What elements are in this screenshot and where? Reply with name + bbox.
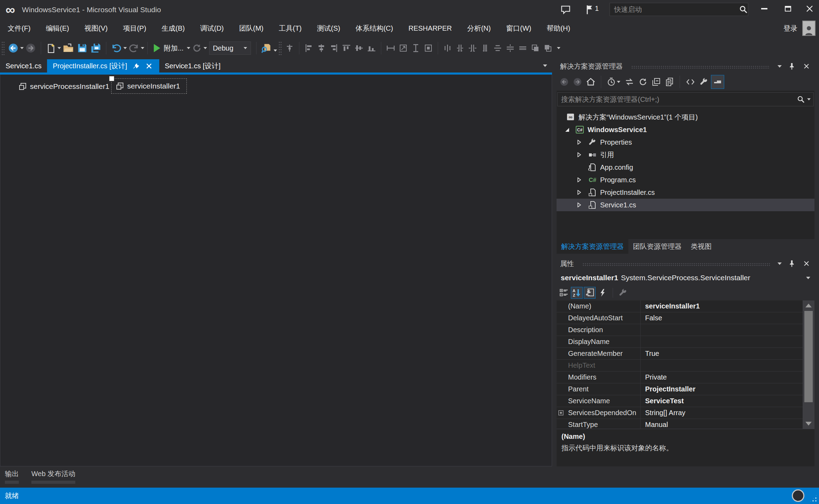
menu-resharper[interactable]: RESHARPER xyxy=(401,24,459,32)
navigate-forward-button[interactable] xyxy=(24,40,38,56)
align-tops-button[interactable] xyxy=(340,40,353,56)
menu-view[interactable]: 视图(V) xyxy=(77,24,115,33)
tree-item-solution[interactable]: ∞ 解决方案“WindowsService1”(1 个项目) xyxy=(557,111,814,123)
property-row[interactable]: DisplayName xyxy=(557,336,814,348)
se-forward-button[interactable] xyxy=(571,75,584,89)
pin-tab-icon[interactable] xyxy=(131,61,140,70)
tab-service1-designer[interactable]: Service1.cs [设计] xyxy=(159,59,226,72)
scroll-down-arrow[interactable] xyxy=(805,422,812,426)
solution-explorer-search[interactable] xyxy=(557,92,814,106)
maximize-button[interactable] xyxy=(780,2,796,15)
property-row[interactable]: Description xyxy=(557,324,814,336)
solution-explorer-header[interactable]: 解决方案资源管理器 xyxy=(557,59,814,73)
se-properties-button[interactable] xyxy=(698,75,710,89)
feedback-smiley-button[interactable] xyxy=(792,489,804,502)
window-position-dropdown[interactable] xyxy=(778,65,782,68)
scroll-up-arrow[interactable] xyxy=(805,304,812,307)
tab-service1-cs[interactable]: Service1.cs xyxy=(0,59,47,72)
collapsed-arrow-icon[interactable] xyxy=(576,140,582,145)
tree-item-programcs[interactable]: C# Program.cs xyxy=(557,174,814,186)
remove-vertical-spacing-button[interactable] xyxy=(516,40,529,56)
attach-debugger-button[interactable]: 附加... xyxy=(151,40,187,56)
se-view-code-button[interactable] xyxy=(684,75,697,89)
property-row[interactable]: ServicesDependedOn String[] Array xyxy=(557,407,814,419)
menu-help[interactable]: 帮助(H) xyxy=(539,24,578,33)
menu-analyze[interactable]: 分析(N) xyxy=(459,24,498,33)
find-in-files-button[interactable] xyxy=(260,40,274,56)
selection-handle[interactable] xyxy=(109,76,114,81)
layout-toolbar-drag-grip[interactable] xyxy=(278,41,282,55)
se-properties-shortcut-button[interactable] xyxy=(663,75,676,89)
menu-debug[interactable]: 调试(D) xyxy=(192,24,231,33)
align-lefts-button[interactable] xyxy=(303,40,315,56)
categorized-button[interactable] xyxy=(558,287,570,299)
menu-test[interactable]: 测试(S) xyxy=(309,24,348,33)
make-same-height-button[interactable] xyxy=(410,40,422,56)
solution-configuration-combo[interactable]: Debug xyxy=(209,41,251,55)
se-refresh-button[interactable] xyxy=(637,75,649,89)
expand-property-icon[interactable] xyxy=(558,410,564,415)
expanded-arrow-icon[interactable] xyxy=(564,128,570,132)
component-serviceprocessinstaller1[interactable]: serviceProcessInstaller1 xyxy=(18,82,109,91)
new-file-button[interactable] xyxy=(44,40,58,56)
undo-dropdown[interactable] xyxy=(123,47,127,49)
redo-dropdown[interactable] xyxy=(141,47,144,49)
minimize-button[interactable] xyxy=(756,2,772,15)
menu-team[interactable]: 团队(M) xyxy=(231,24,271,33)
align-rights-button[interactable] xyxy=(328,40,340,56)
align-to-grid-button[interactable] xyxy=(283,40,296,56)
document-well-dropdown[interactable] xyxy=(543,64,547,67)
close-button[interactable] xyxy=(802,2,818,15)
collapsed-arrow-icon[interactable] xyxy=(576,190,582,195)
property-row[interactable]: ServiceName ServiceTest xyxy=(557,395,814,407)
alphabetical-sort-button[interactable]: AZ xyxy=(571,287,583,299)
events-button[interactable] xyxy=(597,287,608,299)
property-row[interactable]: DelayedAutoStart False xyxy=(557,312,814,324)
remove-horizontal-spacing-button[interactable] xyxy=(479,40,491,56)
property-row[interactable]: StartType Manual xyxy=(557,419,814,429)
tree-item-projectinstallercs[interactable]: ProjectInstaller.cs xyxy=(557,186,814,199)
navigate-back-button[interactable] xyxy=(6,40,20,56)
se-pending-changes-filter-button[interactable] xyxy=(605,75,622,89)
tree-item-properties[interactable]: Properties xyxy=(557,136,814,148)
save-button[interactable] xyxy=(76,40,89,56)
menu-edit[interactable]: 编辑(E) xyxy=(38,24,77,33)
menu-window[interactable]: 窗口(W) xyxy=(498,24,539,33)
property-grid-scrollbar[interactable] xyxy=(803,300,814,429)
save-all-button[interactable] xyxy=(89,40,103,56)
property-row[interactable]: Modifiers Private xyxy=(557,372,814,383)
send-to-back-button[interactable] xyxy=(542,40,554,56)
menu-project[interactable]: 项目(P) xyxy=(115,24,154,33)
collapsed-arrow-icon[interactable] xyxy=(576,203,582,207)
output-tab[interactable]: 输出 xyxy=(5,469,19,484)
decrease-horizontal-spacing-button[interactable] xyxy=(466,40,479,56)
sign-in-link[interactable]: 登录 xyxy=(779,24,802,33)
collapsed-arrow-icon[interactable] xyxy=(576,177,582,182)
tab-team-explorer[interactable]: 团队资源管理器 xyxy=(628,239,686,254)
tree-item-project-windowsservice1[interactable]: C# WindowsService1 xyxy=(557,123,814,136)
make-horizontal-spacing-equal-button[interactable] xyxy=(441,40,454,56)
selected-object-combo[interactable]: serviceInstaller1 System.ServiceProcess.… xyxy=(557,270,814,285)
make-vertical-spacing-equal-button[interactable] xyxy=(491,40,504,56)
property-pages-button[interactable] xyxy=(617,287,629,299)
make-same-size-button[interactable] xyxy=(422,40,435,56)
tree-item-service1cs[interactable]: Service1.cs xyxy=(557,199,814,211)
pin-panel-icon[interactable] xyxy=(787,62,796,71)
properties-header[interactable]: 属性 xyxy=(557,257,814,270)
size-to-grid-button[interactable] xyxy=(397,40,410,56)
menu-file[interactable]: 文件(F) xyxy=(0,24,38,33)
se-home-button[interactable] xyxy=(584,75,597,89)
notifications-flag-icon[interactable]: 1 xyxy=(585,5,599,15)
tree-item-appconfig[interactable]: App.config xyxy=(557,161,814,174)
close-tab-icon[interactable] xyxy=(145,61,154,70)
navigate-back-dropdown[interactable] xyxy=(20,47,24,49)
property-row[interactable]: GenerateMember True xyxy=(557,348,814,360)
find-dropdown[interactable] xyxy=(274,49,277,52)
menu-build[interactable]: 生成(B) xyxy=(154,24,193,33)
window-position-dropdown[interactable] xyxy=(778,262,782,265)
refresh-dropdown[interactable] xyxy=(204,47,207,49)
pin-panel-icon[interactable] xyxy=(787,259,796,268)
panel-drag-texture[interactable] xyxy=(631,66,770,69)
designer-surface[interactable]: serviceProcessInstaller1 serviceInstalle… xyxy=(0,75,552,466)
make-same-width-button[interactable] xyxy=(384,40,397,56)
